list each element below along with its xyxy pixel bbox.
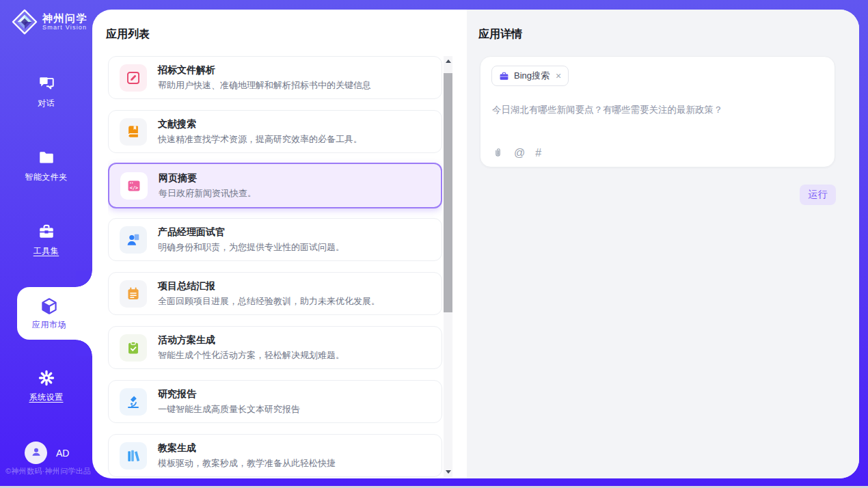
app-card[interactable]: </> 网页摘要 每日政府新闻资讯快查。 — [108, 163, 442, 208]
briefcase-icon — [499, 71, 509, 81]
interviewer-icon — [120, 226, 147, 254]
sidebar-item-label: 工具集 — [33, 245, 59, 257]
sidebar-item-label: 对话 — [38, 98, 55, 109]
sidebar-item-chat[interactable]: 对话 — [0, 75, 92, 109]
copyright-text: ©神州数码·神州问学出品 — [5, 466, 92, 476]
cube-icon — [40, 297, 59, 316]
app-card-title: 项目总结汇报 — [158, 280, 380, 293]
at-icon[interactable]: @ — [514, 147, 525, 159]
scrollbar-track[interactable] — [444, 66, 452, 467]
app-card[interactable]: 教案生成 模板驱动，教案秒成，教学准备从此轻松快捷 — [108, 434, 442, 477]
app-card[interactable]: 项目总结汇报 全面回顾项目进展，总结经验教训，助力未来优化发展。 — [108, 272, 442, 315]
app-card[interactable]: 研究报告 一键智能生成高质量长文本研究报告 — [108, 380, 442, 423]
app-card-description: 每日政府新闻资讯快查。 — [159, 187, 256, 200]
app-card[interactable]: 活动方案生成 智能生成个性化活动方案，轻松解决规划难题。 — [108, 326, 442, 369]
app-card-title: 教案生成 — [158, 442, 336, 455]
app-list-scrollbar[interactable] — [444, 56, 452, 477]
scroll-up-button[interactable] — [444, 56, 452, 66]
books-icon — [120, 442, 147, 470]
sidebar-item-label: 应用市场 — [32, 319, 66, 331]
clipboard-check-icon — [120, 334, 147, 362]
gear-icon — [38, 369, 55, 387]
svg-text:</>: </> — [130, 185, 138, 190]
sidebar-item-toolset[interactable]: 工具集 — [0, 223, 92, 257]
app-list-title: 应用列表 — [106, 27, 150, 42]
triangle-down-icon — [446, 470, 451, 474]
microscope-icon — [120, 388, 147, 416]
sidebar: 神州问学 Smart Vision 对话 智能文件夹 工具集 应用市场 系统设置… — [0, 0, 92, 488]
brand-name: 神州问学 — [42, 12, 87, 24]
scrollbar-thumb[interactable] — [444, 73, 452, 312]
logo-diamond-icon — [12, 9, 38, 35]
app-card[interactable]: 文献搜索 快速精准查找学术资源，提高研究效率的必备工具。 — [108, 110, 442, 153]
browser-code-icon: </> — [120, 172, 148, 200]
app-card-description: 明确身份和职责，为您提供专业性的面试问题。 — [158, 241, 344, 254]
app-card-description: 智能生成个性化活动方案，轻松解决规划难题。 — [158, 349, 344, 362]
hash-icon[interactable]: # — [535, 147, 541, 159]
app-card-description: 模板驱动，教案秒成，教学准备从此轻松快捷 — [158, 457, 336, 470]
app-card-description: 全面回顾项目进展，总结经验教训，助力未来优化发展。 — [158, 295, 380, 308]
sidebar-item-settings[interactable]: 系统设置 — [0, 369, 92, 403]
app-card-title: 研究报告 — [158, 388, 300, 401]
sidebar-item-label: 系统设置 — [29, 392, 64, 403]
folder-icon — [38, 149, 55, 167]
app-card-title: 招标文件解析 — [158, 64, 371, 77]
run-button[interactable]: 运行 — [800, 185, 836, 205]
app-card-title: 活动方案生成 — [158, 334, 344, 347]
main-panel: 应用列表 应用详情 招标文件解析 帮助用户快速、准确地理解和解析招标书中的关键信… — [92, 10, 859, 478]
prompt-input[interactable]: 今日湖北有哪些新闻要点？有哪些需要关注的最新政策？ — [492, 103, 824, 116]
paperclip-icon[interactable] — [492, 147, 504, 159]
report-note-icon — [120, 280, 147, 308]
avatar[interactable] — [25, 442, 47, 464]
tool-tag-bing-search[interactable]: Bing搜索 × — [491, 66, 569, 86]
app-card-title: 文献搜索 — [158, 118, 362, 131]
app-card[interactable]: 招标文件解析 帮助用户快速、准确地理解和解析招标书中的关键信息 — [108, 56, 442, 99]
person-icon — [30, 446, 42, 461]
sidebar-item-market[interactable]: 应用市场 — [17, 287, 92, 340]
prompt-toolbar: @# — [492, 147, 541, 159]
app-logo: 神州问学 Smart Vision — [12, 9, 87, 35]
app-detail-title: 应用详情 — [478, 27, 522, 42]
app-card-description: 一键智能生成高质量长文本研究报告 — [158, 403, 300, 416]
book-icon — [120, 118, 147, 146]
app-list: 招标文件解析 帮助用户快速、准确地理解和解析招标书中的关键信息 文献搜索 快速精… — [108, 56, 442, 478]
sidebar-item-folders[interactable]: 智能文件夹 — [0, 149, 92, 183]
sidebar-item-label: 智能文件夹 — [25, 172, 68, 183]
prompt-card: Bing搜索 × 今日湖北有哪些新闻要点？有哪些需要关注的最新政策？ @# — [480, 56, 835, 167]
app-card-title: 产品经理面试官 — [158, 226, 344, 239]
document-edit-icon — [120, 64, 147, 92]
chat-icon — [38, 75, 55, 93]
app-card-description: 帮助用户快速、准确地理解和解析招标书中的关键信息 — [158, 79, 371, 92]
scroll-down-button[interactable] — [444, 467, 452, 477]
user-account[interactable]: AD — [25, 442, 69, 464]
user-initials: AD — [56, 448, 69, 459]
tool-tag-label: Bing搜索 — [514, 70, 550, 82]
app-card-description: 快速精准查找学术资源，提高研究效率的必备工具。 — [158, 133, 362, 146]
toolbox-icon — [38, 223, 55, 241]
brand-tagline: Smart Vision — [42, 24, 87, 31]
app-card[interactable]: 产品经理面试官 明确身份和职责，为您提供专业性的面试问题。 — [108, 218, 442, 261]
app-card-title: 网页摘要 — [159, 172, 256, 185]
triangle-up-icon — [446, 59, 451, 63]
close-icon[interactable]: × — [556, 71, 561, 81]
